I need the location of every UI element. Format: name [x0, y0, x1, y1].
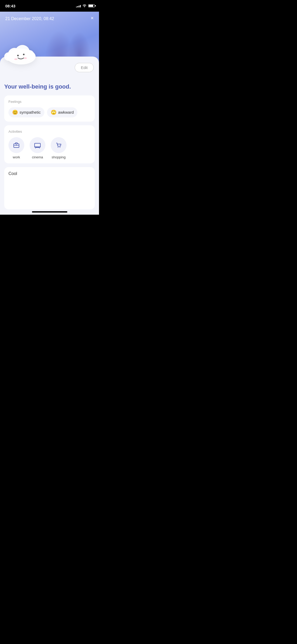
main-content: 21 December 2020, 08:42 × Edit You: [0, 12, 99, 215]
cinema-icon-circle: [30, 137, 45, 153]
svg-point-18: [60, 147, 60, 148]
cinema-icon: [34, 141, 41, 149]
svg-point-8: [24, 57, 27, 59]
status-icons: [76, 4, 95, 8]
shopping-icon: [55, 141, 62, 149]
work-icon-circle: [8, 137, 24, 153]
feelings-section: Feelings 😊 sympathetic 🙄 awkward: [4, 95, 95, 122]
status-bar: 08:43: [0, 0, 99, 12]
edit-button[interactable]: Edit: [75, 63, 94, 72]
card-area: Edit Your well-being is good. Feelings 😊…: [0, 57, 99, 215]
home-indicator: [32, 211, 67, 213]
activities-label: Activities: [8, 130, 91, 134]
shopping-icon-circle: [51, 137, 67, 153]
activity-shopping: shopping: [51, 137, 67, 159]
note-card: Cool: [4, 167, 95, 209]
svg-point-4: [4, 52, 13, 61]
cloud-character: [3, 38, 37, 67]
sympathetic-emoji: 😊: [12, 109, 18, 115]
shopping-label: shopping: [52, 155, 66, 159]
header-date: 21 December 2020, 08:42: [5, 16, 54, 21]
sympathetic-label: sympathetic: [20, 110, 41, 114]
feeling-chip-sympathetic: 😊 sympathetic: [8, 107, 44, 117]
svg-point-5: [17, 55, 19, 56]
awkward-label: awkward: [58, 110, 74, 114]
feelings-label: Feelings: [8, 100, 91, 104]
status-time: 08:43: [5, 4, 15, 8]
svg-point-6: [23, 54, 25, 55]
work-label: work: [13, 155, 20, 159]
wifi-icon: [82, 4, 87, 8]
svg-point-17: [58, 147, 59, 148]
activities-row: work cinema: [8, 137, 91, 159]
svg-line-15: [35, 148, 36, 148]
svg-rect-9: [14, 144, 19, 148]
note-text: Cool: [8, 171, 17, 176]
close-button[interactable]: ×: [91, 15, 94, 21]
work-icon: [13, 141, 20, 149]
wellbeing-text: Your well-being is good.: [4, 83, 95, 91]
awkward-emoji: 🙄: [51, 109, 56, 115]
battery-icon: [88, 4, 95, 7]
activities-section: Activities work: [4, 125, 95, 163]
feelings-row: 😊 sympathetic 🙄 awkward: [8, 107, 91, 117]
svg-line-16: [39, 148, 40, 148]
feeling-chip-awkward: 🙄 awkward: [47, 107, 77, 117]
activity-cinema: cinema: [30, 137, 45, 159]
cinema-label: cinema: [32, 155, 43, 159]
signal-icon: [76, 4, 81, 7]
activity-work: work: [8, 137, 24, 159]
svg-point-7: [14, 58, 17, 60]
